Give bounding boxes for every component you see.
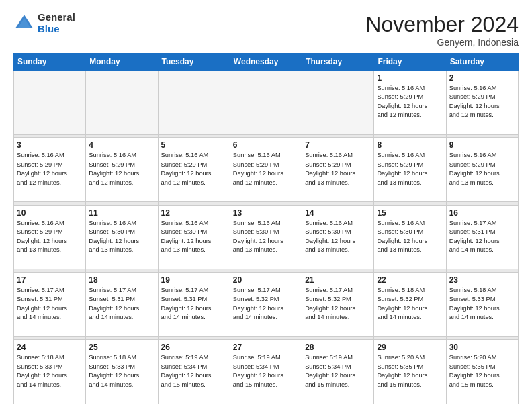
title-section: November 2024 Genyem, Indonesia — [365, 12, 519, 48]
calendar-cell: 1Sunrise: 5:16 AM Sunset: 5:29 PM Daylig… — [374, 71, 446, 135]
week-row-2: 3Sunrise: 5:16 AM Sunset: 5:29 PM Daylig… — [14, 138, 519, 202]
calendar-cell: 26Sunrise: 5:19 AM Sunset: 5:34 PM Dayli… — [158, 340, 230, 404]
day-info: Sunrise: 5:18 AM Sunset: 5:33 PM Dayligh… — [17, 353, 83, 390]
header: General Blue November 2024 Genyem, Indon… — [13, 12, 519, 48]
day-number: 15 — [377, 208, 443, 218]
weekday-header-tuesday: Tuesday — [158, 54, 230, 71]
weekday-header-wednesday: Wednesday — [230, 54, 302, 71]
day-number: 17 — [17, 275, 83, 285]
day-number: 30 — [449, 342, 515, 352]
day-info: Sunrise: 5:16 AM Sunset: 5:30 PM Dayligh… — [305, 219, 371, 255]
calendar-cell: 15Sunrise: 5:16 AM Sunset: 5:30 PM Dayli… — [374, 205, 446, 269]
calendar-cell: 7Sunrise: 5:16 AM Sunset: 5:29 PM Daylig… — [302, 138, 374, 202]
week-row-4: 17Sunrise: 5:17 AM Sunset: 5:31 PM Dayli… — [14, 272, 519, 336]
day-info: Sunrise: 5:16 AM Sunset: 5:29 PM Dayligh… — [17, 151, 83, 187]
week-row-3: 10Sunrise: 5:16 AM Sunset: 5:29 PM Dayli… — [14, 205, 519, 269]
day-info: Sunrise: 5:16 AM Sunset: 5:29 PM Dayligh… — [17, 219, 83, 255]
calendar-cell: 25Sunrise: 5:18 AM Sunset: 5:33 PM Dayli… — [86, 340, 158, 404]
day-info: Sunrise: 5:17 AM Sunset: 5:31 PM Dayligh… — [449, 219, 515, 255]
weekday-header-saturday: Saturday — [446, 54, 518, 71]
calendar-cell: 11Sunrise: 5:16 AM Sunset: 5:30 PM Dayli… — [86, 205, 158, 269]
day-number: 4 — [89, 140, 154, 150]
logo-general-text: General — [38, 12, 75, 24]
calendar-cell: 9Sunrise: 5:16 AM Sunset: 5:29 PM Daylig… — [446, 138, 518, 202]
day-info: Sunrise: 5:17 AM Sunset: 5:31 PM Dayligh… — [161, 286, 227, 322]
day-info: Sunrise: 5:16 AM Sunset: 5:29 PM Dayligh… — [449, 84, 515, 120]
day-number: 13 — [233, 208, 299, 218]
day-number: 21 — [305, 275, 371, 285]
weekday-header-row: SundayMondayTuesdayWednesdayThursdayFrid… — [14, 54, 519, 71]
day-number: 10 — [17, 208, 83, 218]
location: Genyem, Indonesia — [365, 37, 519, 48]
calendar-cell: 8Sunrise: 5:16 AM Sunset: 5:29 PM Daylig… — [374, 138, 446, 202]
calendar-cell: 21Sunrise: 5:17 AM Sunset: 5:32 PM Dayli… — [302, 272, 374, 336]
day-info: Sunrise: 5:17 AM Sunset: 5:32 PM Dayligh… — [305, 286, 371, 322]
calendar-cell: 30Sunrise: 5:20 AM Sunset: 5:35 PM Dayli… — [446, 340, 518, 404]
day-number: 11 — [89, 208, 154, 218]
calendar-cell — [302, 71, 374, 135]
day-info: Sunrise: 5:18 AM Sunset: 5:33 PM Dayligh… — [89, 353, 154, 390]
day-info: Sunrise: 5:16 AM Sunset: 5:30 PM Dayligh… — [89, 219, 154, 255]
logo: General Blue — [13, 12, 75, 34]
calendar-cell: 27Sunrise: 5:19 AM Sunset: 5:34 PM Dayli… — [230, 340, 302, 404]
calendar-cell: 14Sunrise: 5:16 AM Sunset: 5:30 PM Dayli… — [302, 205, 374, 269]
logo-blue-text: Blue — [38, 24, 75, 35]
calendar-cell: 5Sunrise: 5:16 AM Sunset: 5:29 PM Daylig… — [158, 138, 230, 202]
logo-icon — [13, 13, 35, 34]
calendar-cell: 13Sunrise: 5:16 AM Sunset: 5:30 PM Dayli… — [230, 205, 302, 269]
day-number: 8 — [377, 140, 443, 150]
calendar-table: SundayMondayTuesdayWednesdayThursdayFrid… — [13, 53, 519, 404]
day-number: 28 — [305, 342, 371, 352]
day-info: Sunrise: 5:16 AM Sunset: 5:30 PM Dayligh… — [161, 219, 227, 255]
day-number: 26 — [161, 342, 227, 352]
day-number: 19 — [161, 275, 227, 285]
day-info: Sunrise: 5:16 AM Sunset: 5:29 PM Dayligh… — [377, 151, 443, 187]
day-info: Sunrise: 5:16 AM Sunset: 5:29 PM Dayligh… — [377, 84, 443, 120]
calendar-cell: 3Sunrise: 5:16 AM Sunset: 5:29 PM Daylig… — [14, 138, 86, 202]
page: General Blue November 2024 Genyem, Indon… — [0, 0, 532, 411]
month-title: November 2024 — [365, 12, 519, 37]
day-number: 12 — [161, 208, 227, 218]
weekday-header-thursday: Thursday — [302, 54, 374, 71]
calendar-cell: 10Sunrise: 5:16 AM Sunset: 5:29 PM Dayli… — [14, 205, 86, 269]
calendar-cell: 29Sunrise: 5:20 AM Sunset: 5:35 PM Dayli… — [374, 340, 446, 404]
day-number: 2 — [449, 73, 515, 83]
calendar-cell: 23Sunrise: 5:18 AM Sunset: 5:33 PM Dayli… — [446, 272, 518, 336]
logo-text: General Blue — [38, 12, 75, 34]
day-info: Sunrise: 5:18 AM Sunset: 5:32 PM Dayligh… — [377, 286, 443, 322]
day-info: Sunrise: 5:16 AM Sunset: 5:29 PM Dayligh… — [161, 151, 227, 187]
day-info: Sunrise: 5:20 AM Sunset: 5:35 PM Dayligh… — [449, 353, 515, 390]
weekday-header-sunday: Sunday — [14, 54, 86, 71]
day-number: 6 — [233, 140, 299, 150]
day-number: 23 — [449, 275, 515, 285]
calendar-cell — [230, 71, 302, 135]
calendar-cell: 24Sunrise: 5:18 AM Sunset: 5:33 PM Dayli… — [14, 340, 86, 404]
weekday-header-friday: Friday — [374, 54, 446, 71]
calendar-cell: 12Sunrise: 5:16 AM Sunset: 5:30 PM Dayli… — [158, 205, 230, 269]
day-number: 24 — [17, 342, 83, 352]
day-info: Sunrise: 5:17 AM Sunset: 5:31 PM Dayligh… — [89, 286, 154, 322]
day-info: Sunrise: 5:19 AM Sunset: 5:34 PM Dayligh… — [305, 353, 371, 390]
calendar-cell: 16Sunrise: 5:17 AM Sunset: 5:31 PM Dayli… — [446, 205, 518, 269]
day-number: 7 — [305, 140, 371, 150]
calendar-cell: 17Sunrise: 5:17 AM Sunset: 5:31 PM Dayli… — [14, 272, 86, 336]
day-info: Sunrise: 5:16 AM Sunset: 5:30 PM Dayligh… — [233, 219, 299, 255]
weekday-header-monday: Monday — [86, 54, 158, 71]
day-number: 20 — [233, 275, 299, 285]
day-number: 9 — [449, 140, 515, 150]
day-number: 1 — [377, 73, 443, 83]
calendar-cell: 22Sunrise: 5:18 AM Sunset: 5:32 PM Dayli… — [374, 272, 446, 336]
day-info: Sunrise: 5:17 AM Sunset: 5:32 PM Dayligh… — [233, 286, 299, 322]
day-info: Sunrise: 5:19 AM Sunset: 5:34 PM Dayligh… — [161, 353, 227, 390]
day-number: 22 — [377, 275, 443, 285]
day-info: Sunrise: 5:16 AM Sunset: 5:29 PM Dayligh… — [449, 151, 515, 187]
day-number: 18 — [89, 275, 154, 285]
day-info: Sunrise: 5:16 AM Sunset: 5:29 PM Dayligh… — [233, 151, 299, 187]
day-info: Sunrise: 5:16 AM Sunset: 5:29 PM Dayligh… — [89, 151, 154, 187]
calendar-cell: 28Sunrise: 5:19 AM Sunset: 5:34 PM Dayli… — [302, 340, 374, 404]
day-number: 16 — [449, 208, 515, 218]
calendar-cell: 6Sunrise: 5:16 AM Sunset: 5:29 PM Daylig… — [230, 138, 302, 202]
week-row-5: 24Sunrise: 5:18 AM Sunset: 5:33 PM Dayli… — [14, 340, 519, 404]
day-number: 5 — [161, 140, 227, 150]
day-info: Sunrise: 5:16 AM Sunset: 5:30 PM Dayligh… — [377, 219, 443, 255]
